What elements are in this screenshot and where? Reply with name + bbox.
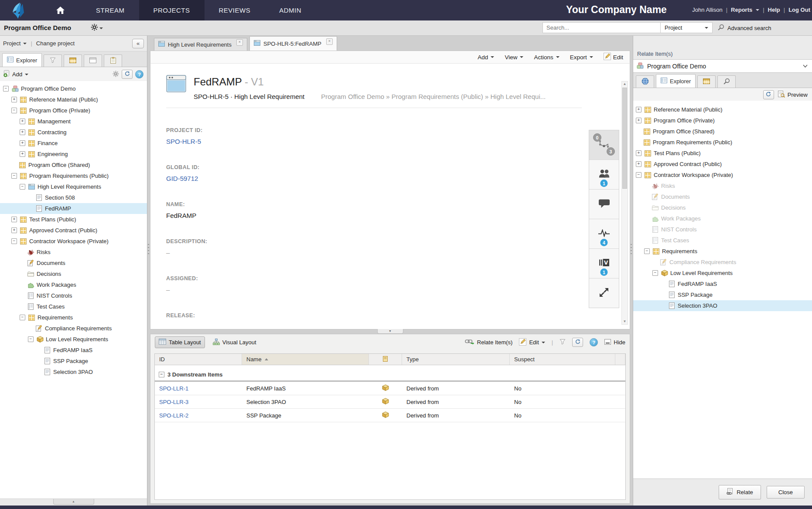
users-widget[interactable]: 1 bbox=[589, 160, 619, 190]
column-header-id[interactable]: ID bbox=[155, 354, 242, 365]
tree-item-risks[interactable]: Risks bbox=[633, 180, 812, 191]
tree-item-documents[interactable]: Documents bbox=[633, 191, 812, 202]
project-settings-menu[interactable] bbox=[91, 24, 103, 33]
collapse-toggle-icon[interactable]: − bbox=[11, 108, 17, 113]
tree-item-nist-controls[interactable]: NIST Controls bbox=[0, 290, 147, 301]
hide-panel-button[interactable]: Hide bbox=[604, 339, 625, 346]
relationships-widget[interactable]: 03 bbox=[589, 130, 619, 160]
change-project-link[interactable]: Change project bbox=[36, 40, 75, 47]
add-menu[interactable]: Add bbox=[478, 54, 494, 61]
tab-window[interactable] bbox=[84, 54, 102, 67]
relate-tab-grid[interactable] bbox=[697, 75, 716, 88]
tree-item-section-508[interactable]: Section 508 bbox=[0, 192, 147, 203]
tree-item-test-plans-public[interactable]: +Test Plans (Public) bbox=[633, 148, 812, 159]
tree-item-finance[interactable]: +Finance bbox=[0, 138, 147, 149]
scroll-down-arrow[interactable]: ▼ bbox=[622, 319, 628, 324]
tree-item-risks[interactable]: Risks bbox=[0, 247, 147, 258]
actions-menu[interactable]: Actions bbox=[534, 54, 559, 61]
filter-icon[interactable] bbox=[560, 339, 566, 346]
tree-item-decisions[interactable]: Decisions bbox=[633, 202, 812, 213]
expand-toggle-icon[interactable]: + bbox=[11, 227, 17, 233]
tree-item-low-level-requirements[interactable]: −Low Level Requirements bbox=[0, 334, 147, 345]
tree-item-management[interactable]: +Management bbox=[0, 116, 147, 127]
vertical-splitter[interactable] bbox=[148, 244, 149, 254]
preview-button[interactable]: Preview bbox=[778, 91, 808, 99]
related-item-id-link[interactable]: SPO-LLR-3 bbox=[155, 395, 242, 408]
expand-toggle-icon[interactable]: + bbox=[636, 161, 641, 167]
tree-settings-gear-icon[interactable] bbox=[113, 71, 119, 78]
close-tab-icon[interactable]: × bbox=[326, 38, 333, 45]
tree-item-nist-controls[interactable]: NIST Controls bbox=[633, 224, 812, 235]
field-value[interactable]: GID-59712 bbox=[166, 175, 630, 182]
comments-widget[interactable] bbox=[589, 190, 619, 219]
tab-explorer[interactable]: Explorer bbox=[2, 53, 42, 67]
document-tab-high-level-requirements[interactable]: High Level Requirements× bbox=[154, 38, 247, 51]
related-item-id-link[interactable]: SPO-LLR-1 bbox=[155, 382, 242, 395]
tree-item-selection-3pao[interactable]: Selection 3PAO bbox=[633, 300, 812, 311]
tree-item-fedramp-iaas[interactable]: FedRAMP IaaS bbox=[0, 345, 147, 356]
tree-item-high-level-requirements[interactable]: −High Level Requirements bbox=[0, 181, 147, 192]
collapse-toggle-icon[interactable]: − bbox=[636, 172, 641, 178]
company-logo-icon[interactable] bbox=[10, 2, 30, 20]
column-header-suspect[interactable]: Suspect bbox=[510, 354, 615, 365]
refresh-button[interactable] bbox=[122, 70, 133, 79]
relate-tab-search[interactable] bbox=[717, 75, 736, 88]
collapse-toggle-icon[interactable]: − bbox=[11, 173, 17, 179]
field-value[interactable]: SPO-HLR-5 bbox=[166, 138, 630, 145]
tree-item-contractor-workspace-private[interactable]: −Contractor Workspace (Private) bbox=[633, 170, 812, 180]
tree-item-program-office-shared[interactable]: Program Office (Shared) bbox=[633, 126, 812, 137]
expand-toggle-icon[interactable]: + bbox=[20, 140, 25, 146]
nav-item-projects[interactable]: PROJECTS bbox=[139, 0, 205, 20]
tree-item-program-office-shared[interactable]: Program Office (Shared) bbox=[0, 159, 147, 170]
nav-item-stream[interactable]: STREAM bbox=[82, 0, 139, 20]
expand-toggle-icon[interactable]: + bbox=[636, 107, 641, 112]
help-icon[interactable]: ? bbox=[135, 70, 143, 78]
tree-item-reference-material-public[interactable]: +Reference Material (Public) bbox=[633, 104, 812, 115]
column-header-item-type[interactable] bbox=[369, 354, 402, 365]
tree-item-program-requirements-public[interactable]: −Program Requirements (Public) bbox=[0, 170, 147, 181]
document-tab-spo-hlr-5-fedramp[interactable]: SPO-HLR-5:FedRAMP× bbox=[249, 36, 337, 51]
add-menu[interactable]: Add bbox=[12, 71, 28, 78]
tree-item-test-cases[interactable]: Test Cases bbox=[0, 301, 147, 312]
tree-item-ssp-package[interactable]: SSP Package bbox=[0, 356, 147, 366]
tree-item-requirements[interactable]: −Requirements bbox=[633, 246, 812, 257]
collapse-toggle-icon[interactable]: − bbox=[28, 336, 34, 342]
search-scope-select[interactable]: Project bbox=[660, 23, 712, 33]
tree-item-program-office-private[interactable]: −Program Office (Private) bbox=[0, 105, 147, 116]
relate-items-button[interactable]: Relate Item(s) bbox=[465, 339, 513, 346]
collapse-toggle-icon[interactable]: − bbox=[20, 184, 25, 190]
visual-layout-button[interactable]: Visual Layout bbox=[209, 336, 260, 349]
nav-item-admin[interactable]: ADMIN bbox=[265, 0, 316, 20]
tree-item-contractor-workspace-private[interactable]: −Contractor Workspace (Private) bbox=[0, 236, 147, 247]
related-refresh-button[interactable] bbox=[572, 338, 583, 347]
tab-clipboard[interactable] bbox=[104, 54, 122, 67]
collapse-group-toggle[interactable]: − bbox=[159, 372, 164, 377]
relate-tab-globe[interactable] bbox=[636, 75, 654, 88]
versions-widget[interactable]: V1 bbox=[589, 249, 619, 278]
tree-item-contracting[interactable]: +Contracting bbox=[0, 127, 147, 138]
tree-item-compliance-requirements[interactable]: Compliance Requirements bbox=[633, 257, 812, 268]
tree-item-decisions[interactable]: Decisions bbox=[0, 268, 147, 279]
sync-widget[interactable] bbox=[589, 278, 619, 308]
tree-item-reference-material-public[interactable]: +Reference Material (Public) bbox=[0, 94, 147, 105]
tree-item-work-packages[interactable]: Work Packages bbox=[633, 213, 812, 224]
tree-item-program-office-demo[interactable]: −Program Office Demo bbox=[0, 83, 147, 94]
relate-button[interactable]: Relate bbox=[719, 485, 761, 499]
tree-item-ssp-package[interactable]: SSP Package bbox=[633, 289, 812, 300]
expand-toggle-icon[interactable]: + bbox=[20, 151, 25, 157]
user-name-link[interactable]: John Allison bbox=[692, 7, 722, 13]
expand-toggle-icon[interactable]: + bbox=[11, 97, 17, 102]
collapse-toggle-icon[interactable]: − bbox=[644, 248, 650, 254]
nav-item-reviews[interactable]: REVIEWS bbox=[205, 0, 265, 20]
tree-item-approved-contract-public[interactable]: +Approved Contract (Public) bbox=[633, 159, 812, 170]
relate-tab-explorer[interactable]: Explorer bbox=[656, 74, 696, 88]
relate-refresh-button[interactable] bbox=[763, 90, 774, 99]
expand-toggle-icon[interactable]: + bbox=[636, 150, 641, 156]
column-header-type[interactable]: Type bbox=[402, 354, 510, 365]
advanced-search-link[interactable]: Advanced search bbox=[718, 24, 771, 32]
tree-item-fedramp-iaas[interactable]: FedRAMP IaaS bbox=[633, 278, 812, 289]
related-item-id-link[interactable]: SPO-LLR-2 bbox=[155, 409, 242, 422]
related-edit-menu[interactable]: Edit bbox=[519, 338, 545, 347]
expand-toggle-icon[interactable]: + bbox=[20, 119, 25, 124]
view-menu[interactable]: View bbox=[505, 54, 523, 61]
